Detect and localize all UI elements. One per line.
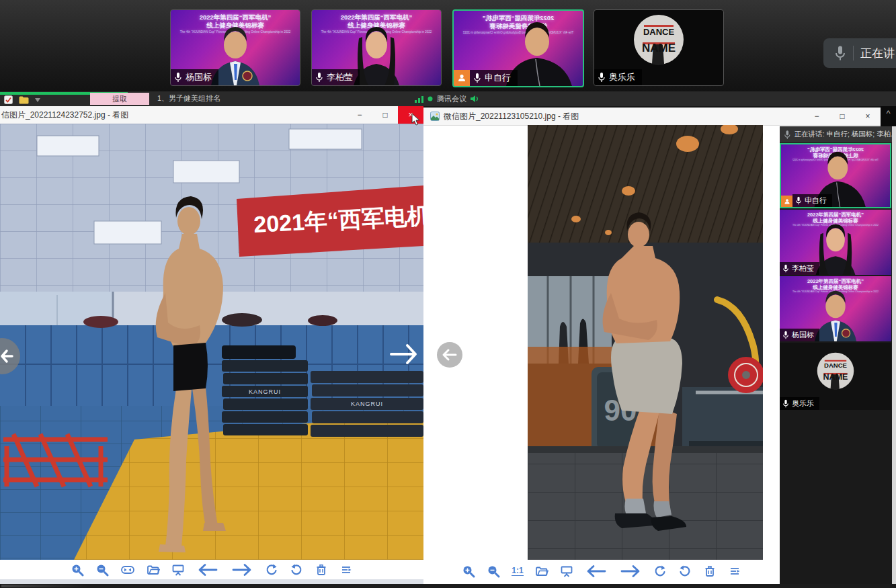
right-photo-gym-scene: 90	[528, 125, 763, 560]
rotate-cw-icon[interactable]	[653, 564, 667, 578]
participant-name: 奥乐乐	[792, 398, 814, 409]
mic-icon	[598, 72, 606, 83]
zoom-in-icon[interactable]	[462, 564, 475, 578]
video-tile-libaiying[interactable]: 2022年第四届“西军电机” 线上健身健美锦标赛 The 4th “XIJUND…	[311, 9, 442, 86]
rotate-ccw-icon[interactable]	[678, 564, 692, 578]
window-title: 信图片_20221124232752.jpg - 看图	[1, 110, 347, 121]
screen: 2022年第四届“西军电机” 线上健身健美锦标赛 The 4th “XIJUND…	[0, 0, 896, 588]
task-strip: 提取 1、男子健美组排名 腾讯会议	[0, 91, 896, 106]
video-tile-aolele[interactable]: DANCE NAME 奥乐乐	[594, 9, 724, 86]
zoom-out-icon[interactable]	[95, 563, 109, 577]
previous-icon[interactable]	[196, 562, 219, 577]
previous-icon[interactable]	[585, 564, 608, 579]
meeting-top-strip: 2022年第四届“西军电机” 线上健身健美锦标赛 The 4th “XIJUND…	[0, 0, 896, 93]
svg-text:DANCE: DANCE	[824, 362, 847, 369]
person-icon	[784, 198, 790, 205]
slideshow-icon[interactable]	[560, 564, 573, 578]
svg-text:KANGRUI: KANGRUI	[249, 388, 281, 395]
mic-icon	[782, 331, 789, 339]
ranking-item-label[interactable]: 1、男子健美组排名	[157, 93, 220, 104]
participant-name: 李柏莹	[327, 71, 353, 83]
divider	[853, 46, 854, 60]
mic-icon	[834, 45, 846, 61]
mic-icon	[795, 196, 802, 205]
actual-size-icon[interactable]: 1:1	[512, 566, 523, 576]
status-dot-icon	[427, 96, 433, 101]
signal-bars-icon	[415, 95, 423, 103]
minimize-button[interactable]: −	[804, 108, 829, 125]
speaking-text: 正在讲	[860, 46, 895, 61]
rotate-ccw-icon[interactable]	[290, 563, 303, 577]
participant-name-label: 杨国标	[780, 329, 819, 341]
sidebar-tile-aolele[interactable]: DANCE NAME 奥乐乐	[780, 343, 891, 410]
checked-doc-icon[interactable]	[4, 95, 13, 104]
host-badge	[781, 196, 792, 207]
participant-name: 申自行	[805, 196, 827, 206]
sidebar-tile-shenzixing[interactable]: 2022年第四届“西军电机” 线上健身健美锦标赛 The 4th “XIJUND…	[780, 143, 891, 208]
more-list-icon[interactable]	[728, 564, 741, 578]
mouse-cursor	[411, 113, 421, 126]
folder-icon[interactable]	[19, 96, 29, 104]
next-icon[interactable]	[231, 562, 253, 577]
delete-icon[interactable]	[315, 563, 328, 577]
participant-name-label: 李柏莹	[312, 69, 360, 85]
open-file-icon[interactable]	[147, 563, 160, 577]
sidebar-tile-yangguobiao[interactable]: 2022年第四届“西军电机” 线上健身健美锦标赛 The 4th “XIJUND…	[780, 276, 891, 341]
bottom-text-smudge	[1, 585, 89, 587]
svg-text:KANGRUI: KANGRUI	[351, 401, 383, 407]
maximize-button[interactable]: □	[372, 106, 398, 124]
maximize-button[interactable]: □	[829, 108, 855, 125]
next-icon[interactable]	[619, 564, 642, 579]
mic-icon	[782, 264, 789, 273]
svg-text:DANCE: DANCE	[643, 27, 675, 37]
mic-speaking-overlay[interactable]: 正在讲	[823, 38, 896, 68]
participant-name: 奥乐乐	[609, 71, 635, 83]
mic-icon	[782, 399, 789, 408]
open-file-icon[interactable]	[535, 564, 548, 578]
close-button[interactable]: ×	[855, 108, 881, 125]
speaking-header: 正在讲话: 申自行; 杨国标; 李柏...	[780, 126, 892, 142]
participant-name-label: 杨国标	[171, 69, 218, 85]
participant-name-label: 李柏莹	[780, 262, 819, 275]
participant-name-label: 申自行	[792, 194, 832, 207]
right-viewer-titlebar[interactable]: 微信图片_20221123105210.jpg - 看图 − □ ×	[423, 108, 881, 126]
previous-image-nav[interactable]	[0, 337, 23, 376]
more-list-icon[interactable]	[339, 563, 353, 577]
left-viewer-titlebar[interactable]: 信图片_20221124232752.jpg - 看图 − □ ×	[0, 106, 423, 124]
window-title: 微信图片_20221123105210.jpg - 看图	[444, 111, 804, 122]
rotate-cw-icon[interactable]	[265, 563, 278, 577]
participant-name: 申自行	[485, 72, 511, 84]
bottom-strip	[0, 584, 896, 588]
sidebar-collapse-chevron[interactable]: ^	[881, 106, 896, 126]
participant-name-label: 申自行	[470, 70, 518, 86]
participant-name: 杨国标	[792, 330, 814, 340]
slideshow-icon[interactable]	[171, 563, 185, 577]
sidebar-scrollbar[interactable]	[892, 126, 896, 584]
mic-icon	[473, 73, 481, 83]
left-viewer-toolbar	[0, 560, 423, 579]
video-tile-shenzixing[interactable]: 2022年第四届“西军电机” 线上健身健美锦标赛 The 4th “XIJUND…	[452, 9, 584, 87]
zoom-in-icon[interactable]	[71, 563, 84, 577]
mic-icon	[315, 72, 323, 83]
tab-extract[interactable]: 提取	[90, 93, 149, 105]
svg-text:NAME: NAME	[642, 42, 676, 54]
minimize-button[interactable]: −	[347, 106, 372, 124]
participant-name: 李柏莹	[792, 263, 814, 274]
left-viewer-window: 信图片_20221124232752.jpg - 看图 − □ ×	[0, 106, 423, 585]
previous-image-nav[interactable]	[436, 341, 463, 368]
delete-icon[interactable]	[703, 564, 717, 578]
participant-name-label: 奥乐乐	[594, 69, 642, 85]
video-tile-yangguobiao[interactable]: 2022年第四届“西军电机” 线上健身健美锦标赛 The 4th “XIJUND…	[170, 9, 300, 86]
caret-down-icon[interactable]	[35, 98, 40, 102]
sidebar-tile-libaiying[interactable]: 2022年第四届“西军电机” 线上健身健美锦标赛 The 4th “XIJUND…	[780, 210, 891, 275]
zoom-out-icon[interactable]	[487, 564, 500, 578]
meeting-app-name[interactable]: 腾讯会议	[437, 93, 466, 105]
right-viewer-toolbar: 1:1	[423, 561, 780, 581]
participant-name: 杨国标	[186, 71, 212, 83]
mic-icon	[174, 72, 182, 83]
mic-icon	[784, 130, 791, 140]
fit-window-icon[interactable]	[120, 563, 135, 577]
svg-text:NAME: NAME	[823, 372, 848, 382]
image-file-icon	[430, 112, 440, 121]
next-image-nav[interactable]	[389, 340, 418, 368]
